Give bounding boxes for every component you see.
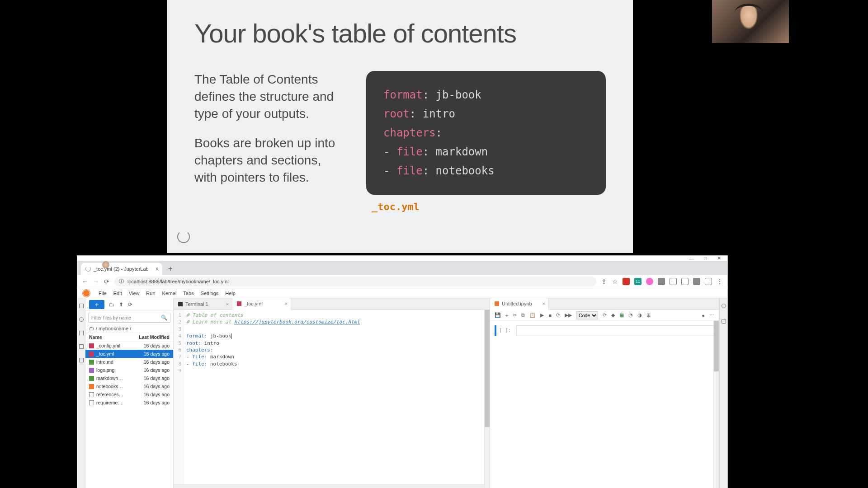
chrome-menu-icon[interactable]: ⋮ [717, 278, 723, 285]
menu-file[interactable]: File [99, 291, 107, 296]
kernel-status-icon[interactable]: ● [702, 313, 705, 318]
menu-settings[interactable]: Settings [201, 291, 219, 296]
share-icon[interactable]: ⇪ [601, 278, 607, 285]
tab-close-icon[interactable]: × [226, 301, 229, 307]
slide-paragraph-2: Books are broken up into chapters and se… [194, 135, 344, 186]
tab-close-icon[interactable]: × [156, 266, 159, 272]
code-key-format: format [383, 89, 423, 101]
bookmark-icon[interactable]: ☆ [612, 278, 618, 285]
cell-type-select[interactable]: Code [576, 311, 598, 319]
menu-edit[interactable]: Edit [113, 291, 122, 296]
file-name: markdown… [96, 375, 123, 381]
ublock-icon[interactable]: 11 [634, 278, 642, 285]
tab-label: Terminal 1 [185, 301, 208, 307]
git-icon[interactable]: ◆ [611, 312, 615, 318]
commands-icon[interactable] [79, 331, 84, 335]
file-name: logo.png [96, 367, 114, 373]
ext-icon[interactable]: ⊞ [646, 312, 651, 318]
file-row[interactable]: markdown…16 days ago [85, 374, 173, 382]
new-tab-button[interactable]: + [165, 263, 176, 274]
extension-icon[interactable] [646, 278, 653, 285]
toc-icon[interactable] [79, 344, 84, 349]
restart-run-all-icon[interactable]: ▶▶ [565, 312, 572, 318]
file-modified: 16 days ago [144, 351, 170, 357]
tab-close-icon[interactable]: × [285, 301, 288, 306]
new-folder-icon[interactable]: 🗀 [109, 301, 114, 308]
extension-icon[interactable] [623, 278, 630, 285]
upload-icon[interactable]: ⬆ [119, 301, 123, 308]
extension-icon[interactable] [670, 278, 677, 285]
menu-kernel[interactable]: Kernel [162, 291, 177, 296]
menu-help[interactable]: Help [225, 291, 236, 296]
menu-run[interactable]: Run [146, 291, 155, 296]
debugger-icon[interactable] [722, 319, 726, 324]
new-launcher-button[interactable]: + [89, 300, 104, 309]
file-row[interactable]: _toc.yml16 days ago [85, 350, 173, 358]
col-name[interactable]: Name [89, 334, 102, 340]
file-name: requireme… [96, 400, 123, 405]
file-row[interactable]: intro.md16 days ago [85, 358, 173, 366]
horizontal-scrollbar[interactable] [174, 484, 484, 488]
restart-icon[interactable]: ⟳ [556, 312, 560, 318]
extensions-menu-icon[interactable] [693, 278, 700, 285]
stop-icon[interactable]: ■ [548, 313, 552, 318]
notebook-cell[interactable]: [ ]: [495, 325, 714, 336]
forward-button[interactable]: → [93, 278, 99, 285]
file-type-icon [89, 392, 94, 397]
window-minimize-button[interactable]: — [689, 256, 694, 261]
editor-body[interactable]: 123456789 # Table of contents # Learn mo… [174, 310, 490, 488]
browser-window: — □ ✕ _toc.yml (2) - JupyterLab × + ← → … [77, 255, 728, 488]
extension-icon[interactable] [681, 278, 689, 285]
extensions-icon[interactable] [79, 358, 84, 362]
file-row[interactable]: logo.png16 days ago [85, 366, 173, 374]
file-row[interactable]: _config.yml16 days ago [85, 342, 173, 350]
back-button[interactable]: ← [82, 278, 88, 285]
cut-icon[interactable]: ✂ [513, 312, 517, 318]
slide-paragraph-1: The Table of Contents defines the struct… [194, 71, 344, 122]
site-info-icon[interactable]: ⓘ [119, 278, 124, 285]
menu-tabs[interactable]: Tabs [183, 291, 193, 296]
file-browser-icon[interactable] [79, 304, 84, 308]
file-row[interactable]: notebooks…16 days ago [85, 382, 173, 390]
insert-cell-icon[interactable]: + [505, 313, 508, 318]
window-maximize-button[interactable]: □ [704, 256, 707, 261]
file-filter[interactable]: 🔍 [88, 313, 170, 323]
profile-avatar[interactable] [102, 261, 109, 268]
code-key-file-2: file [396, 164, 423, 177]
file-filter-input[interactable] [91, 315, 161, 320]
reload-button[interactable]: ⟳ [104, 278, 110, 285]
breadcrumb[interactable]: 🗀 / mybookname / [85, 324, 173, 333]
running-sessions-icon[interactable] [79, 317, 84, 322]
toolbar-more-icon[interactable]: ⋯ [709, 312, 714, 318]
window-close-button[interactable]: ✕ [717, 255, 721, 261]
vertical-scrollbar[interactable] [713, 321, 719, 488]
extension-icon[interactable] [705, 278, 712, 285]
menu-view[interactable]: View [129, 291, 140, 296]
copy-icon[interactable]: ⧉ [521, 312, 525, 318]
tab-close-icon[interactable]: × [542, 301, 545, 306]
ext-icon[interactable]: ◔ [628, 312, 633, 318]
editor-tab[interactable]: Terminal 1× [174, 298, 232, 310]
property-inspector-icon[interactable] [722, 304, 726, 308]
refresh-icon[interactable]: ⟳ [128, 301, 132, 308]
render-icon[interactable]: ⟳ [603, 312, 607, 318]
extension-icon[interactable] [658, 278, 665, 285]
run-icon[interactable]: ▶ [540, 312, 544, 318]
editor-tab[interactable]: _toc.yml× [232, 298, 291, 310]
code-val-format: jb-book [429, 89, 481, 101]
file-type-icon [89, 343, 94, 348]
cell-input[interactable] [516, 325, 714, 336]
file-modified: 16 days ago [144, 359, 170, 365]
notebook-tab[interactable]: Untitled.ipynb × [490, 298, 549, 310]
address-bar[interactable]: ⓘ localhost:8888/lab/tree/mybookname/_to… [114, 277, 596, 286]
vertical-scrollbar[interactable] [484, 310, 490, 488]
ext-icon[interactable]: ▦ [619, 312, 624, 318]
paste-icon[interactable]: 📋 [529, 312, 536, 318]
browser-tab[interactable]: _toc.yml (2) - JupyterLab × [81, 263, 162, 275]
ext-icon[interactable]: ◑ [637, 312, 642, 318]
save-icon[interactable]: 💾 [495, 312, 501, 318]
file-row[interactable]: requireme…16 days ago [85, 399, 173, 407]
col-modified[interactable]: Last Modified [139, 334, 170, 340]
file-row[interactable]: references…16 days ago [85, 390, 173, 399]
notebook-pane: Untitled.ipynb × 💾 + ✂ ⧉ 📋 ▶ ■ ⟳ ▶▶ Code… [490, 298, 719, 488]
